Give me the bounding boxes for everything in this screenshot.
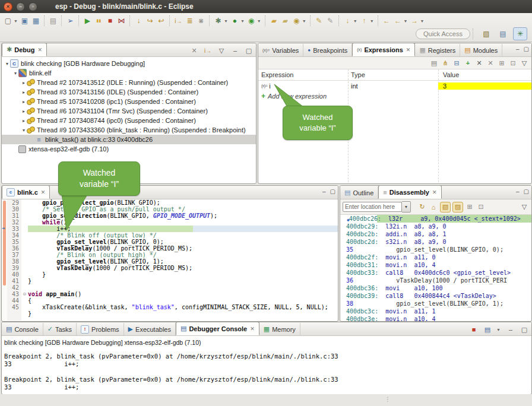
step-into-icon[interactable]: ↓ [134,15,144,27]
tab-problems[interactable]: !Problems [77,323,124,335]
code-text[interactable]: gpio_pad_select_gpio(BLINK_GPIO); /* Set… [28,199,338,321]
remove-expression-icon[interactable]: ✕ [474,58,484,68]
run-icon[interactable]: ● [230,15,240,27]
tab-debugger-console[interactable]: ▤Debugger Console✕ [176,322,259,335]
fold-marker-icon[interactable]: ⊖ [21,291,28,297]
previous-annotation-icon[interactable]: ↑ [359,15,369,27]
tree-expander-icon[interactable]: ▾ [12,71,18,76]
code-line[interactable]: } [28,310,338,317]
tab-breakpoints[interactable]: ●Breakpoints [303,44,352,56]
tab-outline[interactable]: ▤Outline [340,186,378,199]
column-header-expression[interactable]: Expression [258,71,348,78]
dropdown-icon[interactable]: ▼ [302,19,306,23]
home-icon[interactable]: ⌂ [429,202,438,212]
fold-gutter[interactable]: ⊖ [21,199,28,321]
open-element-icon[interactable]: ▰ [269,15,279,27]
step-filters-icon[interactable]: ⋇ [196,15,206,27]
disassembly-line[interactable]: 400dbc2f: movi.n a11, 0 [340,253,531,261]
disassembly-line[interactable]: 400dbc29: l32i.n a8, a9, 0 [340,223,531,230]
dropdown-icon[interactable]: ▼ [404,19,408,23]
code-line[interactable]: gpio_set_level(BLINK_GPIO, 1); [28,258,338,265]
save-icon[interactable]: ▣ [20,15,30,27]
print-icon[interactable]: ▤ [48,15,58,27]
remove-all-expressions-icon[interactable]: ✕ [486,58,495,68]
instruction-stepping-icon[interactable]: i→ [173,15,183,27]
tab-executables[interactable]: ▶Executables [124,323,176,335]
debug-tree-row[interactable]: ▾Cblink checking [GDB Hardware Debugging… [2,59,256,68]
debug-perspective-icon[interactable]: ✳ [513,27,527,40]
debug-tree-row[interactable]: ▸Thread #6 1073431104 (Tmr Svc) (Suspend… [2,106,256,116]
show-source-icon[interactable]: ▧ [440,202,451,212]
new-view-icon[interactable]: ⊞ [465,202,474,212]
dropdown-icon[interactable]: ▼ [496,328,501,332]
minimize-icon[interactable]: ‒ [516,188,520,195]
code-line[interactable]: while(1) [28,219,338,226]
add-expression-icon[interactable]: + [463,58,473,68]
debug-tree-row[interactable]: ▸Thread #7 1073408744 (ipc0) (Suspended … [2,116,256,125]
close-icon[interactable]: ✕ [41,189,46,195]
tree-expander-icon[interactable]: ▸ [21,99,27,104]
view-menu-icon[interactable]: ▽ [217,46,226,55]
tab-tasks[interactable]: ✓Tasks [43,323,77,335]
tab-blink-c[interactable]: c blink.c ✕ [2,185,50,199]
code-line[interactable]: { [28,297,338,304]
code-line[interactable]: vTaskDelay(1000 / portTICK_PERIOD_MS); [28,245,338,252]
minimize-icon[interactable]: ‒ [230,46,240,55]
dropdown-icon[interactable]: ▼ [353,19,357,23]
show-debug-sources-icon[interactable]: ≣ [185,15,195,27]
disassembly-line[interactable]: 36 vTaskDelay(1000 / portTICK_PERI [340,277,531,284]
disassembly-line[interactable]: ◆400dbc26: l32r a9, 0x400d045c <_stext+1… [340,215,531,223]
line-number-gutter[interactable]: 2930313233343536373839404142434445 [7,199,22,321]
terminate-icon[interactable]: ■ [105,15,115,27]
maximize-icon[interactable]: ▢ [524,46,529,52]
tab-modules[interactable]: ▤Modules [460,44,502,56]
disassembly-line[interactable]: 400dbc3e: movi.n a10, 4 [340,315,531,322]
show-logical-structure-icon[interactable]: ⋔ [441,58,450,68]
minimize-icon[interactable]: ‒ [322,188,326,195]
column-header-value[interactable]: Value [438,71,531,78]
last-edit-location-icon[interactable]: ← [382,15,392,27]
close-icon[interactable]: ✕ [37,47,42,53]
debug-tree-row[interactable]: ▸Thread #3 1073413156 (IDLE) (Suspended … [2,87,256,97]
code-line[interactable]: xTaskCreate(&blink_task, "blink_task", c… [28,304,338,310]
code-line[interactable]: /* Blink on (output high) */ [28,252,338,258]
disassembly-line[interactable]: 35 gpio_set_level(BLINK_GPIO, 0); [340,246,531,253]
step-over-icon[interactable]: ↪ [145,15,155,27]
open-resource-icon[interactable]: ▰ [280,15,290,27]
quick-access-button[interactable]: Quick Access [416,28,470,39]
maximize-icon[interactable]: ▢ [524,188,529,195]
tree-expander-icon[interactable]: ▾ [4,61,10,66]
forward-icon[interactable]: → [410,15,420,27]
code-line[interactable]: } [28,278,338,284]
disassembly-line[interactable]: 38 gpio_set_level(BLINK_GPIO, 1); [340,300,531,307]
tree-expander-icon[interactable]: ▸ [21,118,27,123]
disassembly-line[interactable]: 400dbc33: call8 0x400dc6c0 <gpio_set_lev… [340,269,531,277]
window-maximize-button[interactable]: ▫ [28,2,37,11]
code-line[interactable]: /* Blink off (output low) */ [28,232,338,239]
disassembly-line[interactable]: 400dbc39: call8 0x400844c4 <vTaskDelay> [340,292,531,300]
debug-tree-row[interactable]: ▾blink.elf [2,68,256,78]
code-line[interactable]: vTaskDelay(1000 / portTICK_PERIOD_MS); [28,265,338,271]
code-line[interactable]: /* Set the GPIO as a push/pull output */ [28,206,338,212]
tab-debug[interactable]: ✱ Debug ✕ [2,43,47,56]
code-line[interactable]: i++; [28,226,338,232]
code-line[interactable]: void app_main() [28,291,338,297]
close-icon[interactable]: ✕ [432,189,437,195]
back-icon[interactable]: ← [393,15,403,27]
close-icon[interactable]: ✕ [406,47,411,53]
show-type-names-icon[interactable]: ▤ [429,58,439,68]
resume-icon[interactable]: ▶ [83,15,93,27]
code-line[interactable]: gpio_set_level(BLINK_GPIO, 0); [28,239,338,245]
instruction-stepping-mode-icon[interactable]: i→ [203,46,213,55]
debug-tree-row[interactable]: ▾Thread #9 1073433360 (blink_task : Runn… [2,125,256,135]
tab-expressions[interactable]: (x)Expressions✕ [352,43,415,56]
debug-tree-row[interactable]: ≡blink_task() at blink.c:33 0x400dbc26 [2,135,256,144]
dropdown-icon[interactable]: ▼ [370,19,374,23]
dropdown-icon[interactable]: ▼ [240,19,245,23]
display-console-icon[interactable]: ▤ [483,325,492,334]
skip-all-breakpoints-icon[interactable]: ➢ [65,15,75,27]
mark-occurrences-icon[interactable]: ✎ [314,15,324,27]
pin-view-icon[interactable]: ⊡ [476,202,486,212]
location-input[interactable] [343,202,402,212]
dropdown-icon[interactable]: ▼ [14,19,18,23]
